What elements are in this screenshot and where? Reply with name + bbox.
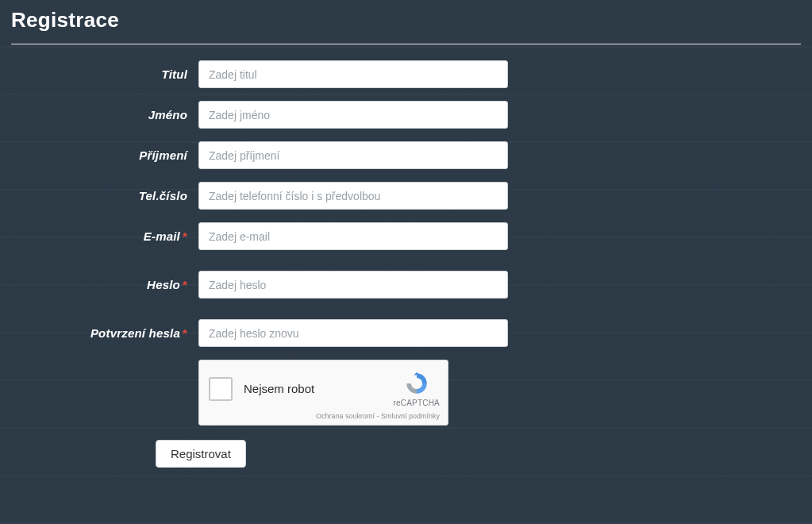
required-marker: *	[183, 229, 187, 243]
surname-input[interactable]	[198, 141, 508, 169]
label-firstname: Jméno	[11, 108, 198, 121]
field-row-surname: Příjmení	[11, 141, 801, 169]
phone-input[interactable]	[198, 182, 508, 210]
email-input[interactable]	[198, 222, 508, 250]
title-input[interactable]	[198, 60, 508, 88]
field-row-password-confirm: Potvrzení hesla*	[11, 319, 801, 347]
field-row-password: Heslo*	[11, 271, 801, 299]
recaptcha-checkbox[interactable]	[209, 377, 233, 401]
recaptcha-icon	[403, 370, 430, 397]
required-marker: *	[183, 278, 187, 291]
field-row-captcha: Nejsem robot reCAPTCHA	[11, 360, 801, 426]
page-title: Registrace	[11, 0, 801, 44]
label-surname: Příjmení	[11, 148, 198, 162]
recaptcha-widget: Nejsem robot reCAPTCHA	[198, 360, 448, 426]
field-row-email: E-mail*	[11, 222, 801, 250]
label-password-confirm: Potvrzení hesla*	[11, 326, 198, 340]
label-password: Heslo*	[11, 278, 198, 291]
field-row-title: Titul	[11, 60, 801, 88]
recaptcha-footer: Ochrana soukromí - Smluvní podmínky	[209, 412, 440, 420]
recaptcha-label: Nejsem robot	[244, 382, 314, 395]
submit-row: Registrovat	[11, 440, 801, 468]
recaptcha-privacy-link[interactable]: Ochrana soukromí	[316, 412, 375, 420]
recaptcha-brand: reCAPTCHA	[394, 399, 440, 407]
submit-button[interactable]: Registrovat	[156, 440, 246, 468]
label-title: Titul	[11, 67, 198, 81]
divider	[11, 44, 801, 44]
required-marker: *	[183, 326, 187, 340]
registration-form: Titul Jméno Příjmení Tel.číslo	[11, 60, 801, 468]
label-email: E-mail*	[11, 229, 198, 243]
recaptcha-terms-link[interactable]: Smluvní podmínky	[381, 412, 440, 420]
field-row-firstname: Jméno	[11, 101, 801, 129]
password-input[interactable]	[198, 271, 508, 299]
password-confirm-input[interactable]	[198, 319, 508, 347]
field-row-phone: Tel.číslo	[11, 182, 801, 210]
label-phone: Tel.číslo	[11, 189, 198, 202]
firstname-input[interactable]	[198, 101, 508, 129]
